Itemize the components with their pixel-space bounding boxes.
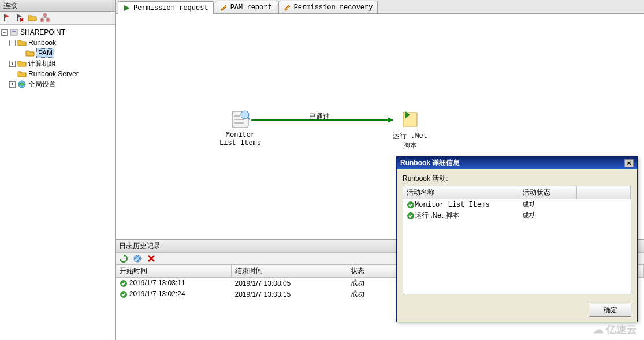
dialog-title-text: Runbook 详细信息 xyxy=(400,158,460,168)
left-panel: 连接 − SHAREPOINT − Runbook PAM xyxy=(0,0,116,340)
left-toolbar xyxy=(0,12,115,25)
play-icon xyxy=(123,4,131,12)
svg-rect-1 xyxy=(17,14,18,21)
cell: 运行 .Net 脚本 xyxy=(415,211,459,219)
success-icon xyxy=(407,201,415,209)
pencil-icon xyxy=(284,3,292,12)
tree-label: Runbook xyxy=(28,39,56,47)
pencil-icon xyxy=(220,3,228,12)
col-activity-state[interactable]: 活动状态 xyxy=(519,186,576,199)
folder-icon xyxy=(17,59,27,68)
tab-pam-report[interactable]: PAM report xyxy=(215,1,277,13)
tab-permission-request[interactable]: Permission request xyxy=(118,1,214,14)
success-icon xyxy=(120,290,128,298)
hierarchy-icon[interactable] xyxy=(40,13,50,23)
success-icon xyxy=(407,212,415,220)
watermark: ☁ 亿速云 xyxy=(593,323,637,337)
tab-permission-recovery[interactable]: Permission recovery xyxy=(278,1,378,13)
tree-view[interactable]: − SHAREPOINT − Runbook PAM + 计算机组 xyxy=(0,25,115,340)
cell: 成功 xyxy=(519,210,576,221)
col-spacer xyxy=(576,186,631,199)
folder-icon xyxy=(17,38,27,47)
server-icon xyxy=(9,28,18,37)
activity-list: 活动名称 活动状态 Monitor List Items 成功 运行 .Net … xyxy=(403,186,631,294)
svg-rect-4 xyxy=(47,19,49,21)
tree-item-computers[interactable]: + 计算机组 xyxy=(1,58,114,69)
folder-icon[interactable] xyxy=(28,13,37,23)
tab-label: Permission recovery xyxy=(294,3,373,12)
col-start[interactable]: 开始时间 xyxy=(116,265,232,278)
activity-header-row: 活动名称 活动状态 xyxy=(403,186,631,199)
ok-button[interactable]: 确定 xyxy=(590,304,631,317)
tree-item-pam[interactable]: PAM xyxy=(1,48,114,58)
success-icon xyxy=(120,279,128,287)
activity-monitor-list-items[interactable]: Monitor List Items xyxy=(219,109,261,147)
watermark-text: 亿速云 xyxy=(606,323,637,337)
expander-icon[interactable]: − xyxy=(9,40,16,46)
svg-point-14 xyxy=(134,255,141,262)
cell: 2019/1/7 13:03:15 xyxy=(232,289,347,300)
tab-label: PAM report xyxy=(230,3,272,12)
dialog-buttons: 确定 xyxy=(397,299,637,322)
activity-run-net-script[interactable]: 运行 .Net 脚本 xyxy=(393,109,427,151)
col-activity-name[interactable]: 活动名称 xyxy=(403,186,519,199)
tree-label: 全局设置 xyxy=(28,80,56,89)
list-icon xyxy=(230,109,251,130)
svg-rect-0 xyxy=(4,14,5,21)
flag-icon[interactable] xyxy=(2,13,12,23)
tabs-bar: Permission request PAM report Permission… xyxy=(116,0,644,14)
cell: 2019/1/7 13:02:24 xyxy=(129,290,185,298)
delete-icon[interactable] xyxy=(147,254,156,263)
tree-label: PAM xyxy=(36,48,54,58)
refresh-icon[interactable] xyxy=(119,254,128,263)
svg-rect-6 xyxy=(12,31,16,32)
tree-label: SHAREPOINT xyxy=(20,28,65,36)
dialog-label: Runbook 活动: xyxy=(403,174,631,184)
dialog-body: Runbook 活动: 活动名称 活动状态 Monitor List Items… xyxy=(397,169,637,299)
close-icon[interactable]: ✕ xyxy=(624,159,634,167)
expander-icon[interactable]: + xyxy=(9,61,16,67)
activity-label: 脚本 xyxy=(393,141,427,151)
activity-row[interactable]: Monitor List Items 成功 xyxy=(403,199,631,211)
folder-icon xyxy=(17,69,27,79)
tree-item-global-settings[interactable]: + 全局设置 xyxy=(1,79,114,89)
cloud-icon: ☁ xyxy=(593,323,604,336)
globe-icon xyxy=(17,80,27,89)
col-end[interactable]: 结束时间 xyxy=(232,265,347,278)
expander-icon[interactable]: + xyxy=(9,81,16,88)
activity-label: List Items xyxy=(219,139,261,147)
tree-item-runbook[interactable]: − Runbook xyxy=(1,38,114,48)
activity-label: 运行 .Net xyxy=(393,131,427,141)
expander-icon[interactable]: − xyxy=(1,29,8,36)
cell: 2019/1/7 13:08:05 xyxy=(232,278,347,289)
dialog-titlebar[interactable]: Runbook 详细信息 ✕ xyxy=(397,157,637,169)
flag-delete-icon[interactable] xyxy=(15,13,24,23)
folder-icon xyxy=(25,48,35,58)
svg-rect-5 xyxy=(10,29,17,35)
svg-rect-3 xyxy=(41,19,43,21)
left-panel-title: 连接 xyxy=(0,0,115,12)
refresh-alt-icon[interactable] xyxy=(133,254,142,263)
tree-label: Runbook Server xyxy=(28,70,79,78)
link-label: 已通过 xyxy=(309,112,330,122)
script-icon xyxy=(400,109,420,130)
cell: 成功 xyxy=(519,199,576,211)
tree-root[interactable]: − SHAREPOINT xyxy=(1,27,114,38)
activity-row[interactable]: 运行 .Net 脚本 成功 xyxy=(403,210,631,221)
runbook-details-dialog: Runbook 详细信息 ✕ Runbook 活动: 活动名称 活动状态 Mon… xyxy=(396,156,638,322)
cell: 2019/1/7 13:03:11 xyxy=(129,279,185,287)
cell: Monitor List Items xyxy=(415,201,490,209)
svg-rect-2 xyxy=(44,14,46,16)
tree-item-runbook-server[interactable]: Runbook Server xyxy=(1,69,114,79)
activity-label: Monitor xyxy=(219,131,261,139)
tab-label: Permission request xyxy=(133,4,209,12)
tree-label: 计算机组 xyxy=(28,59,56,69)
